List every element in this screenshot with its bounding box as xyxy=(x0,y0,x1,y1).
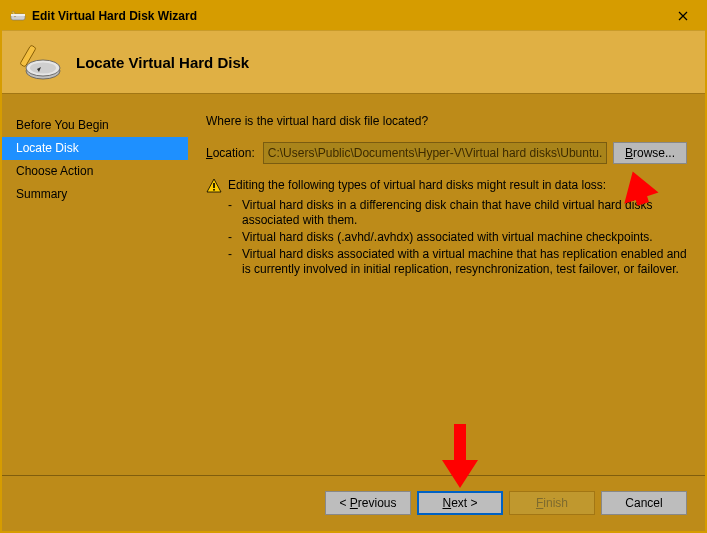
wizard-header-icon xyxy=(20,41,62,83)
sidebar: Before You Begin Locate Disk Choose Acti… xyxy=(2,94,188,475)
next-button[interactable]: Next > xyxy=(417,491,503,515)
warning-bullets: Virtual hard disks in a differencing dis… xyxy=(228,198,687,277)
bullet-item: Virtual hard disks in a differencing dis… xyxy=(228,198,687,228)
wizard-window: Edit Virtual Hard Disk Wizard Locate Vir… xyxy=(0,0,707,533)
page-title: Locate Virtual Hard Disk xyxy=(76,54,249,71)
titlebar: Edit Virtual Hard Disk Wizard xyxy=(2,2,705,30)
wizard-content: Where is the virtual hard disk file loca… xyxy=(188,94,705,475)
bullet-item: Virtual hard disks associated with a vir… xyxy=(228,247,687,277)
warning-icon xyxy=(206,178,222,194)
wizard-body: Before You Begin Locate Disk Choose Acti… xyxy=(2,94,705,475)
sidebar-step-choose-action[interactable]: Choose Action xyxy=(2,160,188,183)
window-title: Edit Virtual Hard Disk Wizard xyxy=(32,9,661,23)
bullet-item: Virtual hard disks (.avhd/.avhdx) associ… xyxy=(228,230,687,245)
svg-rect-10 xyxy=(213,189,215,191)
sidebar-step-summary[interactable]: Summary xyxy=(2,183,188,206)
sidebar-step-before-you-begin[interactable]: Before You Begin xyxy=(2,114,188,137)
svg-rect-9 xyxy=(213,183,215,188)
finish-button: Finish xyxy=(509,491,595,515)
warning-text: Editing the following types of virtual h… xyxy=(228,178,606,192)
wizard-footer: < Previous Next > Finish Cancel xyxy=(2,475,705,530)
wizard-header: Locate Virtual Hard Disk xyxy=(2,30,705,94)
close-icon xyxy=(678,11,688,21)
question-text: Where is the virtual hard disk file loca… xyxy=(206,114,687,128)
close-button[interactable] xyxy=(661,2,705,30)
location-label: Location: xyxy=(206,146,255,160)
previous-button[interactable]: < Previous xyxy=(325,491,411,515)
svg-point-5 xyxy=(30,63,56,74)
browse-button[interactable]: Browse... xyxy=(613,142,687,164)
location-row: Location: Browse... xyxy=(206,142,687,164)
warning-row: Editing the following types of virtual h… xyxy=(206,178,687,194)
location-input[interactable] xyxy=(263,142,607,164)
svg-rect-2 xyxy=(11,14,25,16)
sidebar-step-locate-disk[interactable]: Locate Disk xyxy=(2,137,188,160)
app-icon xyxy=(10,8,26,24)
cancel-button[interactable]: Cancel xyxy=(601,491,687,515)
